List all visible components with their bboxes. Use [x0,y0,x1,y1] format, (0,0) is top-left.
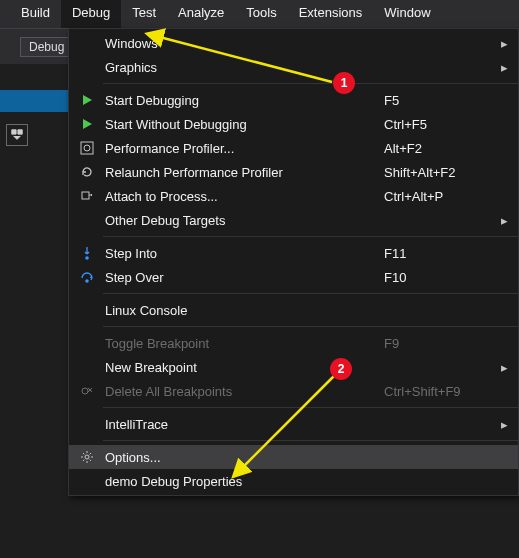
menu-item-label: Performance Profiler... [105,141,384,156]
menu-build[interactable]: Build [10,0,61,28]
chevron-right-icon: ▸ [494,213,508,228]
menu-item-label: Options... [105,450,384,465]
menu-item-linux-console[interactable]: Linux Console [69,298,518,322]
menu-window[interactable]: Window [373,0,441,28]
menu-item-shortcut: Ctrl+Shift+F9 [384,384,494,399]
menu-item-shortcut: F10 [384,270,494,285]
svg-point-5 [82,388,88,394]
blank-icon [75,57,99,77]
relaunch-icon [75,162,99,182]
menu-item-graphics[interactable]: Graphics▸ [69,55,518,79]
menu-item-shortcut: Ctrl+Alt+P [384,189,494,204]
menu-separator [103,440,518,441]
menu-item-label: Windows [105,36,384,51]
menu-item-shortcut: Ctrl+F5 [384,117,494,132]
svg-point-4 [85,279,89,283]
stepover-icon [75,267,99,287]
menu-separator [103,326,518,327]
menu-item-toggle-breakpoint: Toggle BreakpointF9 [69,331,518,355]
menu-item-label: Attach to Process... [105,189,384,204]
menu-item-start-without-debugging[interactable]: Start Without DebuggingCtrl+F5 [69,112,518,136]
menu-item-attach-to-process[interactable]: Attach to Process...Ctrl+Alt+P [69,184,518,208]
chevron-right-icon: ▸ [494,60,508,75]
svg-point-3 [85,256,89,260]
debug-dropdown: Windows▸Graphics▸Start DebuggingF5Start … [68,28,519,496]
menu-separator [103,293,518,294]
menu-item-performance-profiler[interactable]: Performance Profiler...Alt+F2 [69,136,518,160]
menu-separator [103,236,518,237]
menu-item-label: IntelliTrace [105,417,384,432]
menu-debug[interactable]: Debug [61,0,121,28]
menu-item-shortcut: F9 [384,336,494,351]
stepinto-icon [75,243,99,263]
menu-tools[interactable]: Tools [235,0,287,28]
menu-item-relaunch-performance-profiler[interactable]: Relaunch Performance ProfilerShift+Alt+F… [69,160,518,184]
blank-icon [75,471,99,491]
menu-item-label: Step Into [105,246,384,261]
menu-item-shortcut: Alt+F2 [384,141,494,156]
menu-item-new-breakpoint[interactable]: New Breakpoint▸ [69,355,518,379]
chevron-right-icon: ▸ [494,360,508,375]
config-label: Debug [29,40,64,54]
blank-icon [75,33,99,53]
svg-rect-2 [82,192,89,199]
menu-item-label: Delete All Breakpoints [105,384,384,399]
menu-item-start-debugging[interactable]: Start DebuggingF5 [69,88,518,112]
menu-extensions[interactable]: Extensions [288,0,374,28]
blank-icon [75,414,99,434]
menu-item-intellitrace[interactable]: IntelliTrace▸ [69,412,518,436]
gear-icon [75,447,99,467]
menu-item-label: New Breakpoint [105,360,384,375]
menu-item-windows[interactable]: Windows▸ [69,31,518,55]
menu-item-label: Start Debugging [105,93,384,108]
chevron-right-icon: ▸ [494,417,508,432]
svg-point-6 [85,455,89,459]
menu-item-demo-debug-properties[interactable]: demo Debug Properties [69,469,518,493]
play-icon [75,114,99,134]
blank-icon [75,357,99,377]
menu-item-label: Linux Console [105,303,384,318]
blank-icon [75,333,99,353]
menu-item-label: Other Debug Targets [105,213,384,228]
menu-item-shortcut: F11 [384,246,494,261]
menu-item-label: demo Debug Properties [105,474,384,489]
blank-icon [75,210,99,230]
delbp-icon [75,381,99,401]
svg-point-1 [84,145,90,151]
menu-test[interactable]: Test [121,0,167,28]
menu-item-options[interactable]: Options... [69,445,518,469]
menu-item-label: Toggle Breakpoint [105,336,384,351]
svg-rect-0 [81,142,93,154]
blank-icon [75,300,99,320]
menu-item-step-over[interactable]: Step OverF10 [69,265,518,289]
menu-item-label: Relaunch Performance Profiler [105,165,384,180]
menu-item-label: Step Over [105,270,384,285]
profiler-icon [75,138,99,158]
menubar: Build Debug Test Analyze Tools Extension… [0,0,519,28]
menu-analyze[interactable]: Analyze [167,0,235,28]
menu-item-label: Graphics [105,60,384,75]
selection-strip [0,90,68,112]
menu-item-other-debug-targets[interactable]: Other Debug Targets▸ [69,208,518,232]
tool-window-icon[interactable] [6,124,28,146]
menu-item-delete-all-breakpoints: Delete All BreakpointsCtrl+Shift+F9 [69,379,518,403]
menu-item-shortcut: F5 [384,93,494,108]
play-icon [75,90,99,110]
attach-icon [75,186,99,206]
menu-separator [103,83,518,84]
menu-item-shortcut: Shift+Alt+F2 [384,165,494,180]
menu-separator [103,407,518,408]
menu-item-label: Start Without Debugging [105,117,384,132]
chevron-right-icon: ▸ [494,36,508,51]
menu-item-step-into[interactable]: Step IntoF11 [69,241,518,265]
